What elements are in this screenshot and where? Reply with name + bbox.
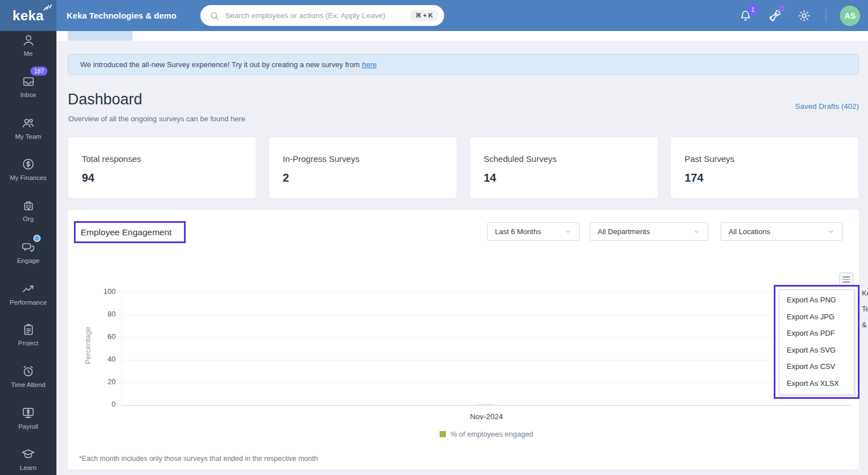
clipped-watermark-text: KekaTechnologies&demo xyxy=(862,285,868,336)
banner-here-link[interactable]: here xyxy=(362,60,376,69)
chart-legend[interactable]: % of employees engaged xyxy=(430,430,543,438)
export-png-item[interactable]: Export As PNG xyxy=(779,292,854,309)
stat-card-in-progress: In-Progress Surveys 2 xyxy=(269,137,457,199)
keka-logo-text: keka xyxy=(12,8,43,24)
gridline xyxy=(121,315,852,315)
page-subtitle: Overview of all the ongoing surveys can … xyxy=(68,115,246,123)
export-csv-item[interactable]: Export As CSV xyxy=(779,358,854,375)
sidebar-item-my-finances[interactable]: My Finances xyxy=(0,148,56,190)
department-filter-dropdown[interactable]: All Departments xyxy=(590,222,708,241)
keka-logo[interactable]: keka xyxy=(0,0,56,31)
logo-spark-icon xyxy=(43,3,52,11)
y-axis-label: Percentage xyxy=(84,320,92,371)
notification-count-badge: 1 xyxy=(747,4,759,15)
y-tick-100: 100 xyxy=(93,287,116,296)
stat-card-past: Past Surveys 174 xyxy=(670,137,859,199)
trend-up-icon xyxy=(21,282,36,296)
topbar-divider xyxy=(826,9,826,23)
stat-label: Total responses xyxy=(82,154,242,164)
gear-icon xyxy=(797,9,811,23)
team-icon xyxy=(21,116,36,130)
person-icon xyxy=(21,33,36,47)
export-jpg-item[interactable]: Export As JPG xyxy=(779,309,854,326)
hamburger-icon xyxy=(843,276,850,278)
y-tick-20: 20 xyxy=(93,377,116,386)
period-filter-dropdown[interactable]: Last 6 Months xyxy=(487,222,580,241)
stat-value: 14 xyxy=(484,171,644,184)
gridline xyxy=(121,382,852,383)
stat-card-scheduled: Scheduled Surveys 14 xyxy=(470,137,658,199)
sidebar-item-me[interactable]: Me xyxy=(0,31,56,65)
sidebar-item-project[interactable]: Project xyxy=(0,314,56,355)
chevron-down-icon xyxy=(564,228,572,235)
survey-announcement-banner: We introduced the all-new Survey experie… xyxy=(68,54,859,75)
notifications-button[interactable]: 1 xyxy=(738,8,753,24)
export-xlsx-item[interactable]: Export As XLSX xyxy=(779,375,854,392)
stat-label: Scheduled Surveys xyxy=(484,154,644,164)
gridline xyxy=(121,360,852,360)
search-icon xyxy=(209,11,220,21)
clipboard-icon xyxy=(21,323,36,337)
x-axis-category-label: Nov-2024 xyxy=(430,412,543,421)
bar-nov-2024 xyxy=(479,404,494,405)
inbox-icon xyxy=(21,74,36,89)
stat-value: 94 xyxy=(82,171,242,184)
company-name: Keka Technologies & demo xyxy=(67,11,177,20)
sidebar-item-engage[interactable]: Engage xyxy=(0,231,56,272)
y-tick-60: 60 xyxy=(93,332,116,341)
sidebar-item-learn[interactable]: Learn xyxy=(0,438,56,475)
dollar-circle-icon xyxy=(21,157,36,171)
gridline xyxy=(121,292,852,292)
export-svg-item[interactable]: Export As SVG xyxy=(779,342,854,359)
chart-footnote: *Each month includes only those surveys … xyxy=(79,455,318,463)
chat-bubbles-icon xyxy=(21,240,36,254)
y-tick-80: 80 xyxy=(93,310,116,318)
sidebar-item-inbox[interactable]: 187 Inbox xyxy=(0,65,56,107)
x-axis-line xyxy=(121,405,852,406)
gridline xyxy=(121,337,852,338)
sidebar-item-my-team[interactable]: My Team xyxy=(0,107,56,148)
stat-label: Past Surveys xyxy=(685,154,845,164)
top-navigation-bar: keka Keka Technologies & demo ⌘ + K 1 xyxy=(0,0,868,31)
y-axis-line xyxy=(121,292,122,405)
sidebar-navigation: Me 187 Inbox My Team My Finances Org Eng… xyxy=(0,31,56,475)
alarm-clock-icon xyxy=(21,364,36,379)
export-pdf-item[interactable]: Export As PDF xyxy=(779,325,854,342)
sidebar-item-payroll[interactable]: Payroll xyxy=(0,397,56,438)
whats-new-indicator-dot xyxy=(779,6,784,11)
location-filter-dropdown[interactable]: All Locations xyxy=(721,222,843,241)
active-tab-remnant[interactable] xyxy=(68,31,133,41)
stat-value: 174 xyxy=(685,171,845,184)
banner-text: We introduced the all-new Survey experie… xyxy=(80,60,360,69)
saved-drafts-link[interactable]: Saved Drafts (402) xyxy=(795,102,859,111)
y-tick-40: 40 xyxy=(93,355,116,363)
graduation-cap-icon xyxy=(21,447,36,461)
search-shortcut-badge: ⌘ + K xyxy=(410,10,439,21)
scrolled-content-strip xyxy=(56,31,868,41)
payroll-monitor-icon xyxy=(21,406,36,420)
whats-new-button[interactable] xyxy=(767,8,783,24)
legend-swatch xyxy=(440,431,446,437)
stat-value: 2 xyxy=(283,171,443,184)
export-menu: Export As PNG Export As JPG Export As PD… xyxy=(779,289,854,395)
settings-button[interactable] xyxy=(796,8,812,24)
stat-card-total-responses: Total responses 94 xyxy=(68,137,256,199)
engage-indicator-dot xyxy=(33,235,41,242)
inbox-count-badge: 187 xyxy=(30,67,47,76)
stat-label: In-Progress Surveys xyxy=(283,154,443,164)
building-icon xyxy=(21,199,36,213)
user-avatar[interactable]: AS xyxy=(840,6,860,26)
sidebar-item-performance[interactable]: Performance xyxy=(0,272,56,314)
page-title: Dashboard xyxy=(68,91,142,108)
search-input[interactable] xyxy=(225,11,410,20)
sidebar-item-time-attend[interactable]: Time Attend xyxy=(0,355,56,397)
global-search[interactable]: ⌘ + K xyxy=(200,5,444,26)
annotation-box-title xyxy=(74,221,186,243)
legend-label: % of employees engaged xyxy=(450,430,533,438)
y-tick-0: 0 xyxy=(93,400,116,408)
sidebar-item-org[interactable]: Org xyxy=(0,190,56,231)
chevron-down-icon xyxy=(693,228,700,235)
chevron-down-icon xyxy=(827,228,835,235)
